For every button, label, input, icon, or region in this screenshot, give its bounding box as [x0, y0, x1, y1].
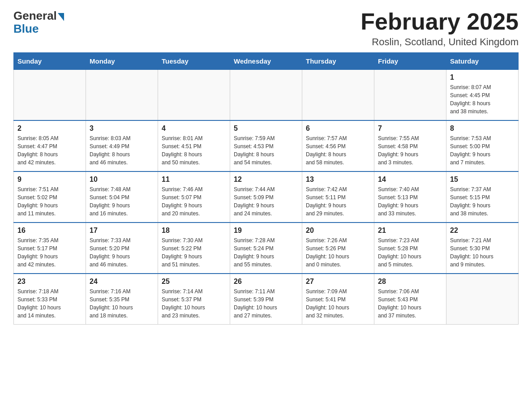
day-info: Sunrise: 7:21 AMSunset: 5:30 PMDaylight:… — [450, 236, 515, 269]
day-number: 5 — [234, 124, 298, 133]
day-number: 21 — [378, 227, 442, 235]
day-info: Sunrise: 7:59 AMSunset: 4:53 PMDaylight:… — [234, 134, 298, 167]
calendar-cell: 23Sunrise: 7:18 AMSunset: 5:33 PMDayligh… — [14, 274, 86, 325]
calendar-cell — [446, 274, 519, 325]
day-number: 10 — [90, 176, 154, 184]
day-number: 4 — [162, 124, 226, 133]
logo-general-text: General — [13, 9, 57, 23]
calendar-cell — [158, 70, 230, 121]
weekday-header-sunday: Sunday — [14, 53, 86, 70]
day-number: 26 — [234, 278, 298, 286]
month-title: February 2025 — [360, 9, 519, 34]
day-info: Sunrise: 8:05 AMSunset: 4:47 PMDaylight:… — [17, 134, 82, 167]
day-info: Sunrise: 7:18 AMSunset: 5:33 PMDaylight:… — [17, 287, 82, 320]
calendar-cell: 15Sunrise: 7:37 AMSunset: 5:15 PMDayligh… — [446, 171, 519, 223]
calendar-cell: 9Sunrise: 7:51 AMSunset: 5:02 PMDaylight… — [14, 171, 86, 223]
day-info: Sunrise: 8:03 AMSunset: 4:49 PMDaylight:… — [90, 134, 154, 167]
day-number: 25 — [162, 278, 226, 286]
day-number: 13 — [306, 176, 370, 184]
calendar-cell: 2Sunrise: 8:05 AMSunset: 4:47 PMDaylight… — [14, 120, 86, 171]
calendar-cell: 26Sunrise: 7:11 AMSunset: 5:39 PMDayligh… — [230, 274, 302, 325]
calendar-cell: 6Sunrise: 7:57 AMSunset: 4:56 PMDaylight… — [302, 120, 374, 171]
calendar-cell — [230, 70, 302, 121]
calendar-cell: 4Sunrise: 8:01 AMSunset: 4:51 PMDaylight… — [158, 120, 230, 171]
day-info: Sunrise: 7:26 AMSunset: 5:26 PMDaylight:… — [306, 236, 370, 269]
calendar-week-row: 23Sunrise: 7:18 AMSunset: 5:33 PMDayligh… — [14, 274, 519, 325]
day-info: Sunrise: 7:53 AMSunset: 5:00 PMDaylight:… — [450, 134, 515, 167]
calendar-cell: 13Sunrise: 7:42 AMSunset: 5:11 PMDayligh… — [302, 171, 374, 223]
calendar-cell: 22Sunrise: 7:21 AMSunset: 5:30 PMDayligh… — [446, 223, 519, 274]
page-header: General Blue February 2025 Roslin, Scotl… — [13, 9, 519, 48]
calendar-cell — [302, 70, 374, 121]
day-number: 15 — [450, 176, 515, 184]
day-info: Sunrise: 7:40 AMSunset: 5:13 PMDaylight:… — [378, 185, 442, 218]
day-info: Sunrise: 7:09 AMSunset: 5:41 PMDaylight:… — [306, 287, 370, 320]
calendar-cell: 1Sunrise: 8:07 AMSunset: 4:45 PMDaylight… — [446, 70, 519, 121]
day-number: 17 — [90, 227, 154, 235]
calendar-cell — [374, 70, 446, 121]
day-info: Sunrise: 7:23 AMSunset: 5:28 PMDaylight:… — [378, 236, 442, 269]
day-info: Sunrise: 7:11 AMSunset: 5:39 PMDaylight:… — [234, 287, 298, 320]
calendar-cell: 24Sunrise: 7:16 AMSunset: 5:35 PMDayligh… — [86, 274, 158, 325]
weekday-header-wednesday: Wednesday — [230, 53, 302, 70]
logo-triangle-icon — [58, 13, 64, 21]
day-number: 18 — [162, 227, 226, 235]
day-number: 27 — [306, 278, 370, 286]
day-number: 7 — [378, 124, 442, 133]
calendar-cell: 19Sunrise: 7:28 AMSunset: 5:24 PMDayligh… — [230, 223, 302, 274]
logo: General Blue — [13, 9, 64, 36]
day-number: 12 — [234, 176, 298, 184]
day-number: 14 — [378, 176, 442, 184]
day-number: 20 — [306, 227, 370, 235]
day-number: 28 — [378, 278, 442, 286]
day-info: Sunrise: 7:44 AMSunset: 5:09 PMDaylight:… — [234, 185, 298, 218]
calendar-cell: 21Sunrise: 7:23 AMSunset: 5:28 PMDayligh… — [374, 223, 446, 274]
day-number: 6 — [306, 124, 370, 133]
calendar-cell: 25Sunrise: 7:14 AMSunset: 5:37 PMDayligh… — [158, 274, 230, 325]
calendar-cell — [86, 70, 158, 121]
day-info: Sunrise: 8:01 AMSunset: 4:51 PMDaylight:… — [162, 134, 226, 167]
day-number: 11 — [162, 176, 226, 184]
day-info: Sunrise: 7:57 AMSunset: 4:56 PMDaylight:… — [306, 134, 370, 167]
title-area: February 2025 Roslin, Scotland, United K… — [360, 9, 519, 48]
day-info: Sunrise: 7:14 AMSunset: 5:37 PMDaylight:… — [162, 287, 226, 320]
calendar-week-row: 2Sunrise: 8:05 AMSunset: 4:47 PMDaylight… — [14, 120, 519, 171]
day-number: 2 — [17, 124, 82, 133]
day-info: Sunrise: 7:55 AMSunset: 4:58 PMDaylight:… — [378, 134, 442, 167]
weekday-header-thursday: Thursday — [302, 53, 374, 70]
calendar-cell: 3Sunrise: 8:03 AMSunset: 4:49 PMDaylight… — [86, 120, 158, 171]
calendar-cell: 11Sunrise: 7:46 AMSunset: 5:07 PMDayligh… — [158, 171, 230, 223]
day-number: 1 — [450, 73, 515, 81]
day-info: Sunrise: 7:06 AMSunset: 5:43 PMDaylight:… — [378, 287, 442, 320]
calendar-cell: 17Sunrise: 7:33 AMSunset: 5:20 PMDayligh… — [86, 223, 158, 274]
day-info: Sunrise: 7:35 AMSunset: 5:17 PMDaylight:… — [17, 236, 82, 269]
day-info: Sunrise: 7:37 AMSunset: 5:15 PMDaylight:… — [450, 185, 515, 218]
calendar-week-row: 1Sunrise: 8:07 AMSunset: 4:45 PMDaylight… — [14, 70, 519, 121]
calendar-table: SundayMondayTuesdayWednesdayThursdayFrid… — [13, 52, 519, 325]
calendar-cell: 28Sunrise: 7:06 AMSunset: 5:43 PMDayligh… — [374, 274, 446, 325]
calendar-cell: 10Sunrise: 7:48 AMSunset: 5:04 PMDayligh… — [86, 171, 158, 223]
calendar-cell: 12Sunrise: 7:44 AMSunset: 5:09 PMDayligh… — [230, 171, 302, 223]
day-info: Sunrise: 7:51 AMSunset: 5:02 PMDaylight:… — [17, 185, 82, 218]
calendar-cell: 20Sunrise: 7:26 AMSunset: 5:26 PMDayligh… — [302, 223, 374, 274]
day-number: 22 — [450, 227, 515, 235]
calendar-cell: 16Sunrise: 7:35 AMSunset: 5:17 PMDayligh… — [14, 223, 86, 274]
day-number: 3 — [90, 124, 154, 133]
day-number: 24 — [90, 278, 154, 286]
day-number: 8 — [450, 124, 515, 133]
weekday-header-tuesday: Tuesday — [158, 53, 230, 70]
day-number: 23 — [17, 278, 82, 286]
day-info: Sunrise: 7:42 AMSunset: 5:11 PMDaylight:… — [306, 185, 370, 218]
weekday-header-monday: Monday — [86, 53, 158, 70]
day-number: 19 — [234, 227, 298, 235]
logo-blue-text: Blue — [13, 22, 39, 36]
calendar-header-row: SundayMondayTuesdayWednesdayThursdayFrid… — [14, 53, 519, 70]
day-info: Sunrise: 7:30 AMSunset: 5:22 PMDaylight:… — [162, 236, 226, 269]
calendar-cell: 14Sunrise: 7:40 AMSunset: 5:13 PMDayligh… — [374, 171, 446, 223]
calendar-cell: 27Sunrise: 7:09 AMSunset: 5:41 PMDayligh… — [302, 274, 374, 325]
weekday-header-friday: Friday — [374, 53, 446, 70]
calendar-cell: 7Sunrise: 7:55 AMSunset: 4:58 PMDaylight… — [374, 120, 446, 171]
calendar-cell: 8Sunrise: 7:53 AMSunset: 5:00 PMDaylight… — [446, 120, 519, 171]
day-info: Sunrise: 7:16 AMSunset: 5:35 PMDaylight:… — [90, 287, 154, 320]
calendar-cell — [14, 70, 86, 121]
